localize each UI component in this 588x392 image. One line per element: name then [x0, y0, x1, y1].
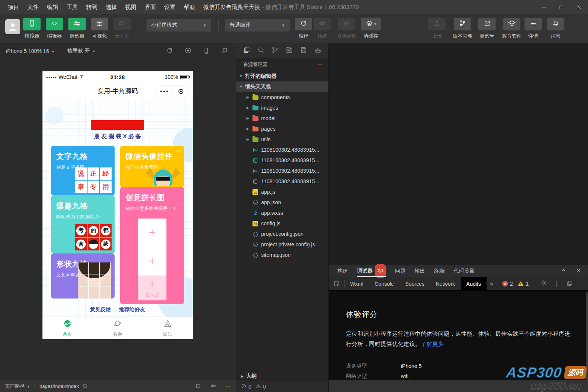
warning-count-icon[interactable] [518, 281, 524, 286]
menu-tools[interactable]: 工具 [62, 0, 82, 14]
card-fun-nine-grid[interactable]: 爆趣九格 瞬间成为朋友圈焦点~ 考 的 都 含 蒙 [51, 195, 115, 253]
minimize-button[interactable] [535, 0, 553, 14]
card-shape-nine-grid[interactable]: 形状九格 文艺青年发图专属 [51, 253, 115, 299]
device-selector[interactable]: iPhone 5 100% 16▼ [6, 48, 54, 54]
menu-view[interactable]: 视图 [121, 0, 141, 14]
minimize-capsule-button[interactable] [173, 88, 189, 95]
compile-mode-select[interactable]: 普通编译▼ [225, 19, 290, 32]
menu-select[interactable]: 选择 [101, 0, 121, 14]
tree-item-folder[interactable]: ▶utils [236, 134, 328, 145]
devtab-audits[interactable]: Audits [461, 277, 487, 291]
more-menu-button[interactable]: ●●● [157, 89, 172, 93]
problems-summary[interactable]: 0 0 [236, 381, 328, 392]
menu-project[interactable]: 项目 [4, 0, 23, 14]
user-avatar[interactable] [5, 19, 20, 34]
simulator-toggle[interactable]: 模拟器 [23, 18, 41, 39]
collapse-panel-icon[interactable] [561, 267, 567, 274]
menu-edit[interactable]: 编辑 [43, 0, 62, 14]
maximize-button[interactable] [553, 0, 570, 14]
learn-more-link[interactable]: 了解更多 [421, 341, 444, 347]
more-tabs-icon[interactable]: » [487, 280, 496, 287]
kebab-menu-icon[interactable]: ⋮ [554, 280, 560, 287]
tab-output[interactable]: 输出 [410, 265, 429, 277]
menu-lines-icon [530, 20, 537, 29]
mode-select[interactable]: 小程序模式▼ [147, 19, 211, 32]
menu-interface[interactable]: 界面 [141, 0, 160, 14]
extensions-icon[interactable] [286, 46, 293, 55]
vconsole-icon[interactable] [195, 383, 201, 390]
tree-item-file[interactable]: 1108100302.48083915... [236, 176, 328, 187]
tab-fun[interactable]: 娱乐 [143, 317, 193, 339]
tab-home[interactable]: 首页 [42, 317, 92, 339]
close-panel-icon[interactable] [576, 268, 581, 274]
devtab-sources[interactable]: Sources [399, 277, 430, 291]
tree-item-file[interactable]: 1108100302.48083915... [236, 145, 328, 155]
tree-item-file[interactable]: {..}project.config.json [236, 229, 328, 239]
editor-toggle[interactable]: 编辑器 [46, 18, 63, 39]
version-manage-button[interactable]: 版本管理 [449, 18, 476, 39]
visual-toggle[interactable]: 可视化 [91, 18, 108, 39]
more-actions-icon[interactable]: ⋯ [317, 61, 323, 68]
detach-window-icon[interactable] [221, 47, 228, 55]
inspect-element-icon[interactable] [329, 280, 344, 287]
devtab-network[interactable]: Network [430, 277, 461, 291]
tree-item-file[interactable]: JSconfig.js [236, 218, 328, 229]
tree-item-folder[interactable]: ▶model [236, 113, 328, 124]
devtab-wxml[interactable]: Wxml [345, 277, 369, 291]
restart-icon[interactable] [166, 47, 173, 55]
outline-section[interactable]: ▶ 大纲 [236, 371, 328, 381]
tree-item-folder[interactable]: ▶pages [236, 124, 328, 134]
git-branch-icon[interactable] [271, 46, 279, 55]
search-icon[interactable] [257, 46, 265, 55]
tab-build[interactable]: 构建 [333, 265, 352, 277]
error-count-icon[interactable]: ✕ [502, 281, 508, 286]
details-button[interactable]: 详情 [525, 18, 542, 39]
page-path-selector[interactable]: 页面路径▼ [5, 383, 30, 390]
tree-item-file[interactable]: 1108100302.48083915... [236, 155, 328, 166]
close-button[interactable] [570, 0, 588, 14]
edu-suite-button[interactable]: 教育套件 [498, 18, 525, 39]
compile-button[interactable]: 编译 [295, 18, 312, 39]
tree-item-file[interactable]: {..}sitemap.json [236, 250, 328, 260]
files-icon[interactable] [243, 46, 250, 55]
card-text-nine-grid[interactable]: 文字九格 创意文字拼图 说正经 事专用 [51, 146, 115, 195]
menu-settings[interactable]: 设置 [160, 0, 180, 14]
promo-banner[interactable] [91, 120, 144, 130]
menu-goto[interactable]: 转到 [82, 0, 101, 14]
tree-item-file[interactable]: 1108100302.48083915... [236, 166, 328, 176]
docker-whale-icon[interactable] [314, 46, 322, 56]
card-long-picture[interactable]: 创意拼长图 制作创意多图的高手！！ ☆ + + + 显示图 [120, 187, 184, 304]
undock-icon[interactable] [567, 280, 573, 288]
devtab-console[interactable]: Console [369, 277, 399, 291]
menu-help[interactable]: 帮助 [180, 0, 199, 14]
tab-terminal[interactable]: 终端 [429, 265, 449, 277]
phone-frame-icon[interactable] [203, 47, 210, 55]
copy-path-icon[interactable] [82, 383, 88, 390]
visibility-icon[interactable] [210, 383, 216, 390]
clear-cache-button[interactable]: ▾ 清缓存 [361, 18, 381, 39]
tree-item-file[interactable]: JSapp.js [236, 187, 328, 197]
feedback-link[interactable]: 意见反馈 [90, 306, 111, 312]
tree-item-folder[interactable]: ▶images [236, 103, 328, 113]
tree-item-file[interactable]: {..}project.private.config.js... [236, 239, 328, 250]
messages-button[interactable]: 消息 [547, 18, 564, 39]
recommend-link[interactable]: 推荐给好友 [119, 306, 145, 312]
hot-reload-toggle[interactable]: 热重载 开▼ [67, 48, 95, 54]
save-icon[interactable] [300, 46, 307, 55]
debugger-toggle[interactable]: 调试器 [68, 18, 86, 39]
tree-item-file[interactable]: 3app.wxss [236, 208, 328, 218]
tab-debugger[interactable]: 调试器2,1 [352, 265, 390, 277]
stop-icon[interactable] [184, 47, 192, 55]
more-icon[interactable]: ⋯ [225, 383, 231, 389]
tree-item-file[interactable]: {..}app.json [236, 197, 328, 208]
open-editors-section[interactable]: ▼ 打开的编辑器 [236, 71, 328, 81]
menu-file[interactable]: 文件 [23, 0, 43, 14]
tree-item-folder[interactable]: ▶components [236, 92, 328, 103]
project-root[interactable]: ▼ 情头天天换 [236, 81, 328, 92]
card-avatar-pendant[interactable]: 微信头像挂件 热门挂件免费用~ ☆ ☆ [120, 146, 184, 187]
tab-avatar[interactable]: 头像 [92, 317, 142, 339]
tab-problems[interactable]: 问题 [390, 265, 410, 277]
test-account-button[interactable]: 测试号 [475, 18, 499, 39]
devtools-settings-icon[interactable] [540, 280, 547, 288]
tab-code-quality[interactable]: 代码质量 [449, 265, 479, 277]
